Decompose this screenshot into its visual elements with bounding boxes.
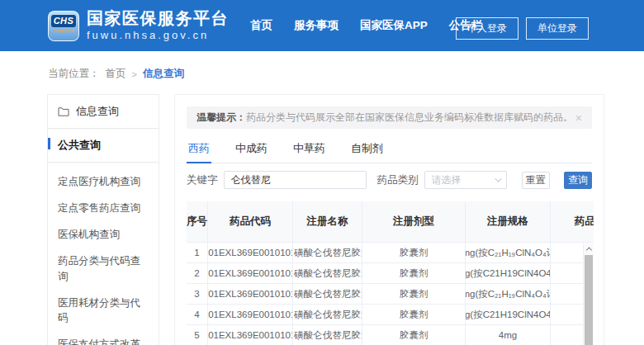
cell-specification: 4mg(按C₂₁H₁₉ClN₄O₄计)	[466, 243, 551, 263]
breadcrumb-home[interactable]: 首页	[106, 67, 126, 81]
sidebar-item-insurance-agencies[interactable]: 医保机构查询	[48, 219, 159, 245]
col-header-dosage-form: 注册剂型	[362, 201, 466, 243]
table-row: 4 XL01EXL369E0010101... 甲磺酸仑伐替尼胶囊 胶囊剂 4m…	[187, 305, 594, 325]
search-form: 关键字 药品类别 请选择 重置 查询	[187, 171, 592, 189]
sidebar-item-designated-pharmacies[interactable]: 定点零售药店查询	[48, 192, 159, 219]
main-panel: 温馨提示： 药品分类与代码展示全部在国家医保信息业务编码标准数据库赋码的药品。 …	[174, 94, 604, 345]
scrollbar-up-arrow-icon[interactable]	[584, 243, 594, 254]
results-table: 序号 药品代码 注册名称 注册剂型 注册规格 药品本位码 1 XL01EXL36…	[187, 201, 594, 345]
content-area: 信息查询 公共查询 定点医疗机构查询 定点零售药店查询 医保机构查询 药品分类与…	[47, 94, 644, 345]
site-title: 国家医保服务平台	[87, 10, 229, 26]
notice-bar: 温馨提示： 药品分类与代码展示全部在国家医保信息业务编码标准数据库赋码的药品。 …	[187, 106, 592, 129]
sidebar-menu: 定点医疗机构查询 定点零售药店查询 医保机构查询 药品分类与代码查询 医用耗材分…	[48, 163, 159, 345]
site-url: fuwu.nhsa.gov.cn	[87, 29, 229, 41]
cell-index: 4	[187, 305, 208, 325]
logo-badge-text: CHS	[51, 15, 76, 27]
category-label: 药品类别	[377, 173, 419, 187]
cell-registered-name: 甲磺酸仑伐替尼胶囊	[293, 325, 362, 345]
nav-item-home[interactable]: 首页	[250, 18, 272, 33]
sidebar: 信息查询 公共查询 定点医疗机构查询 定点零售药店查询 医保机构查询 药品分类与…	[47, 94, 159, 345]
sidebar-title-info-query[interactable]: 信息查询	[48, 95, 159, 128]
breadcrumb-prefix: 当前位置：	[48, 67, 100, 81]
notice-label: 温馨提示：	[197, 111, 246, 125]
folder-icon	[58, 106, 69, 116]
brand-block: 国家医保服务平台 fuwu.nhsa.gov.cn	[87, 10, 229, 41]
tab-chinese-patent-medicine[interactable]: 中成药	[234, 138, 269, 163]
sidebar-section-public-query[interactable]: 公共查询	[48, 129, 159, 162]
table-row: 2 XL01EXL369E0010101... 甲磺酸仑伐替尼胶囊 胶囊剂 4m…	[187, 263, 594, 284]
cell-drug-code: XL01EXL369E0010101...	[208, 243, 293, 263]
keyword-label: 关键字	[187, 173, 218, 187]
cell-dosage-form: 胶囊剂	[362, 325, 466, 345]
chs-logo-icon[interactable]: CHS 中国医疗保障	[48, 11, 79, 41]
breadcrumb: 当前位置： 首页 > 信息查询	[48, 67, 644, 81]
breadcrumb-separator: >	[132, 69, 137, 79]
tab-western-medicine[interactable]: 西药	[187, 138, 211, 163]
table-row: 1 XL01EXL369E0010101... 甲磺酸仑伐替尼胶囊 胶囊剂 4m…	[187, 243, 594, 263]
cell-index: 2	[187, 263, 208, 284]
sidebar-item-drug-code-query[interactable]: 药品分类与代码查询	[48, 245, 159, 286]
category-placeholder: 请选择	[432, 173, 462, 187]
nav-item-services[interactable]: 服务事项	[294, 18, 339, 33]
nav-item-app[interactable]: 国家医保APP	[360, 18, 428, 33]
cell-specification: 4mg	[466, 325, 551, 345]
cell-dosage-form: 胶囊剂	[362, 263, 466, 284]
cell-registered-name: 甲磺酸仑伐替尼胶囊	[293, 305, 362, 325]
cell-drug-code: XL01EXL369E0010101...	[208, 284, 293, 305]
cell-dosage-form: 胶囊剂	[362, 284, 466, 305]
breadcrumb-current[interactable]: 信息查询	[143, 67, 184, 81]
chevron-down-icon	[495, 175, 501, 182]
sidebar-item-designated-medical-orgs[interactable]: 定点医疗机构查询	[48, 166, 159, 192]
cell-drug-code: XL01EXL369E0010101...	[208, 263, 293, 284]
table-header-row: 序号 药品代码 注册名称 注册剂型 注册规格 药品本位码	[187, 201, 594, 243]
cell-index: 5	[187, 325, 208, 345]
header-nav: 首页 服务事项 国家医保APP 公告栏	[250, 18, 482, 33]
table-scrollbar[interactable]	[583, 243, 594, 345]
cell-index: 3	[187, 284, 208, 305]
table-row: 3 XL01EXL369E0010101... 甲磺酸仑伐替尼胶囊 胶囊剂 4m…	[187, 284, 594, 305]
cell-registered-name: 甲磺酸仑伐替尼胶囊	[293, 243, 362, 263]
logo-badge-subtext: 中国医疗保障	[54, 27, 74, 33]
query-button[interactable]: 查询	[564, 172, 592, 189]
col-header-specification: 注册规格	[466, 201, 551, 243]
reset-button[interactable]: 重置	[522, 172, 550, 189]
sidebar-item-payment-reform-cities[interactable]: 医保支付方式改革试点城市	[48, 328, 159, 345]
tab-chinese-herbal-medicine[interactable]: 中草药	[291, 138, 327, 163]
personal-login-button[interactable]: 个人登录	[456, 17, 519, 40]
cell-registered-name: 甲磺酸仑伐替尼胶囊	[293, 263, 362, 284]
col-header-registered-name: 注册名称	[293, 201, 362, 243]
col-header-index: 序号	[187, 201, 208, 243]
unit-login-button[interactable]: 单位登录	[526, 17, 589, 40]
sidebar-title-label: 信息查询	[76, 104, 119, 119]
table-row: 5 XL01EXL369E0010101... 甲磺酸仑伐替尼胶囊 胶囊剂 4m…	[187, 325, 594, 345]
top-header: CHS 中国医疗保障 国家医保服务平台 fuwu.nhsa.gov.cn 首页 …	[0, 0, 644, 51]
col-header-drug-code: 药品代码	[208, 201, 293, 243]
cell-dosage-form: 胶囊剂	[362, 305, 466, 325]
cell-dosage-form: 胶囊剂	[362, 243, 466, 263]
col-header-drug-standard-code: 药品本位码	[551, 201, 594, 243]
cell-drug-code: XL01EXL369E0010101...	[208, 325, 293, 345]
close-icon[interactable]: ×	[575, 112, 582, 124]
tab-self-made-preparation[interactable]: 自制剂	[349, 138, 385, 163]
cell-specification: 4mg(按C21H19ClN4O4计)	[466, 263, 551, 284]
cell-registered-name: 甲磺酸仑伐替尼胶囊	[293, 284, 362, 305]
sidebar-item-medical-consumables[interactable]: 医用耗材分类与代码	[48, 287, 159, 328]
notice-text: 药品分类与代码展示全部在国家医保信息业务编码标准数据库赋码的药品。	[246, 111, 573, 125]
category-select[interactable]: 请选择	[424, 171, 507, 189]
scrollbar-thumb[interactable]	[585, 255, 593, 345]
cell-specification: 4mg(按C21H19ClN4O4计)	[466, 305, 551, 325]
cell-specification: 4mg(按C₂₁H₁₉ClN₄O₄计)	[466, 284, 551, 305]
login-buttons: 个人登录 单位登录	[456, 17, 589, 40]
cell-index: 1	[187, 243, 208, 263]
keyword-input[interactable]	[224, 171, 367, 189]
drug-type-tabs: 西药 中成药 中草药 自制剂	[187, 138, 592, 163]
cell-drug-code: XL01EXL369E0010101...	[208, 305, 293, 325]
